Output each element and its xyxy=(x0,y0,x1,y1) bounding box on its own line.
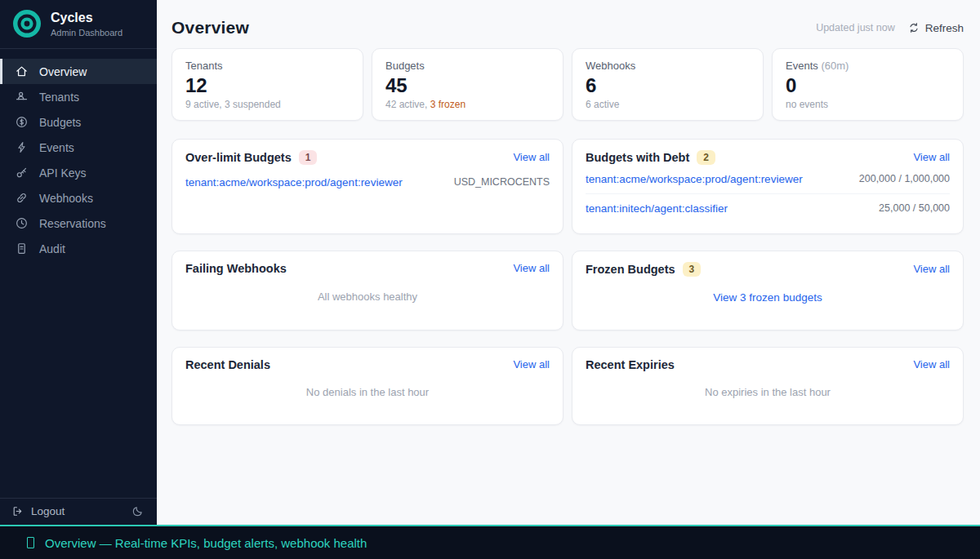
budget-amount: 25,000 / 50,000 xyxy=(879,202,950,214)
panel-header: Recent Expiries View all xyxy=(586,358,950,371)
refresh-button[interactable]: Refresh xyxy=(908,22,964,34)
count-badge: 2 xyxy=(697,150,715,165)
view-all-link[interactable]: View all xyxy=(513,358,550,370)
document-icon xyxy=(15,242,29,255)
kpi-value: 12 xyxy=(185,74,350,97)
count-badge: 1 xyxy=(299,150,318,165)
panel-title: Budgets with Debt xyxy=(586,151,689,164)
page-title: Overview xyxy=(172,18,249,38)
status-bar: Overview — Real-time KPIs, budget alerts… xyxy=(0,525,980,559)
logout-icon xyxy=(11,505,24,517)
kpi-value: 0 xyxy=(786,74,950,97)
view-all-link[interactable]: View all xyxy=(913,263,950,275)
sidebar: Cycles Admin Dashboard Overview Tenants … xyxy=(0,0,157,525)
sidebar-item-events[interactable]: Events xyxy=(0,135,157,160)
sidebar-item-tenants[interactable]: Tenants xyxy=(0,84,157,109)
link-icon xyxy=(15,191,29,205)
budget-link[interactable]: tenant:acme/workspace:prod/agent:reviewe… xyxy=(185,176,403,189)
page-header: Overview Updated just now Refresh xyxy=(172,0,964,38)
app-window: Cycles Admin Dashboard Overview Tenants … xyxy=(0,0,980,559)
panel-header: Failing Webhooks View all xyxy=(185,262,550,275)
view-all-link[interactable]: View all xyxy=(913,151,950,163)
frozen-count-highlight: 3 frozen xyxy=(430,99,466,110)
dollar-circle-icon xyxy=(15,115,29,129)
panel-failing-webhooks: Failing Webhooks View all All webhooks h… xyxy=(172,251,564,331)
empty-state-text: All webhooks healthy xyxy=(185,275,550,319)
budget-row: tenant:initech/agent:classifier 25,000 /… xyxy=(586,193,950,223)
dark-mode-toggle[interactable] xyxy=(131,505,144,517)
panel-header: Budgets with Debt 2 View all xyxy=(586,150,950,165)
view-all-link[interactable]: View all xyxy=(513,262,550,274)
view-all-link[interactable]: View all xyxy=(513,151,550,163)
panel-budgets-with-debt: Budgets with Debt 2 View all tenant:acme… xyxy=(572,139,964,234)
panel-title: Failing Webhooks xyxy=(185,262,287,275)
panel-title: Recent Expiries xyxy=(586,358,675,371)
bolt-icon xyxy=(15,140,29,154)
budget-link[interactable]: tenant:initech/agent:classifier xyxy=(586,202,728,215)
panel-header: Over-limit Budgets 1 View all xyxy=(185,150,550,165)
panel-title: Frozen Budgets xyxy=(586,263,675,276)
panel-body: All webhooks healthy xyxy=(185,275,550,319)
sidebar-item-audit[interactable]: Audit xyxy=(0,236,157,261)
sidebar-item-label: Events xyxy=(39,141,74,154)
brand-text: Cycles Admin Dashboard xyxy=(51,10,122,37)
budget-currency: USD_MICROCENTS xyxy=(454,176,550,188)
updated-timestamp: Updated just now xyxy=(816,22,895,33)
panel-header: Recent Denials View all xyxy=(185,358,550,371)
panel-body: tenant:acme/workspace:prod/agent:reviewe… xyxy=(586,165,950,223)
kpi-card-webhooks: Webhooks 6 6 active xyxy=(572,48,764,121)
sidebar-item-overview[interactable]: Overview xyxy=(0,59,157,84)
app-name: Cycles xyxy=(51,10,122,25)
sidebar-nav: Overview Tenants Budgets Events API Keys… xyxy=(0,49,157,261)
panel-title: Recent Denials xyxy=(185,358,270,371)
kpi-subtext: no events xyxy=(786,99,950,110)
brand: Cycles Admin Dashboard xyxy=(0,0,157,49)
kpi-value: 45 xyxy=(385,74,550,97)
budget-link[interactable]: tenant:acme/workspace:prod/agent:reviewe… xyxy=(586,173,803,185)
sidebar-item-webhooks[interactable]: Webhooks xyxy=(0,185,157,211)
logout-button[interactable]: Logout xyxy=(11,505,65,517)
empty-state-text: No expiries in the last hour xyxy=(586,371,950,414)
kpi-subtext: 6 active xyxy=(586,99,750,110)
sidebar-item-label: Audit xyxy=(39,242,65,255)
refresh-label: Refresh xyxy=(925,22,964,34)
panels-grid: Over-limit Budgets 1 View all tenant:acm… xyxy=(172,139,964,425)
sidebar-item-api-keys[interactable]: API Keys xyxy=(0,160,157,185)
count-badge: 3 xyxy=(683,262,702,277)
sidebar-item-label: Webhooks xyxy=(39,192,93,205)
status-text: Overview — Real-time KPIs, budget alerts… xyxy=(45,536,367,550)
view-frozen-budgets-link[interactable]: View 3 frozen budgets xyxy=(713,291,822,304)
panel-recent-denials: Recent Denials View all No denials in th… xyxy=(172,347,564,425)
sidebar-item-reservations[interactable]: Reservations xyxy=(0,211,157,236)
kpi-card-budgets: Budgets 45 42 active, 3 frozen xyxy=(372,48,564,121)
kpi-card-events: Events (60m) 0 no events xyxy=(772,48,964,121)
frozen-budgets-action: View 3 frozen budgets xyxy=(586,277,950,319)
kpi-label: Events (60m) xyxy=(786,60,950,72)
panel-recent-expiries: Recent Expiries View all No expiries in … xyxy=(572,347,964,425)
sidebar-item-label: Overview xyxy=(39,65,87,78)
kpi-label: Webhooks xyxy=(586,60,750,72)
kpi-subtext: 42 active, 3 frozen xyxy=(385,99,550,110)
kpi-subtext: 9 active, 3 suspended xyxy=(185,99,350,110)
budget-row: tenant:acme/workspace:prod/agent:reviewe… xyxy=(586,165,950,193)
budget-amount: 200,000 / 1,000,000 xyxy=(859,173,950,184)
sidebar-footer: Logout xyxy=(0,498,157,525)
panel-over-limit-budgets: Over-limit Budgets 1 View all tenant:acm… xyxy=(172,139,564,234)
panel-frozen-budgets: Frozen Budgets 3 View all View 3 frozen … xyxy=(572,251,964,331)
panel-body: No denials in the last hour xyxy=(185,371,550,414)
sidebar-item-label: Reservations xyxy=(39,217,106,230)
sidebar-item-budgets[interactable]: Budgets xyxy=(0,109,157,135)
logout-label: Logout xyxy=(31,505,65,517)
kpi-label-suffix: (60m) xyxy=(821,60,849,72)
kpi-label: Budgets xyxy=(385,60,550,72)
users-icon xyxy=(15,90,29,104)
app-subtitle: Admin Dashboard xyxy=(51,28,122,38)
panel-body: tenant:acme/workspace:prod/agent:reviewe… xyxy=(185,165,550,223)
budget-row: tenant:acme/workspace:prod/agent:reviewe… xyxy=(185,165,550,197)
kpi-row: Tenants 12 9 active, 3 suspended Budgets… xyxy=(172,48,964,121)
panel-body: No expiries in the last hour xyxy=(586,371,950,414)
kpi-value: 6 xyxy=(586,74,750,97)
panel-title: Over-limit Budgets xyxy=(185,151,292,164)
empty-state-text: No denials in the last hour xyxy=(185,371,550,414)
view-all-link[interactable]: View all xyxy=(913,358,950,370)
